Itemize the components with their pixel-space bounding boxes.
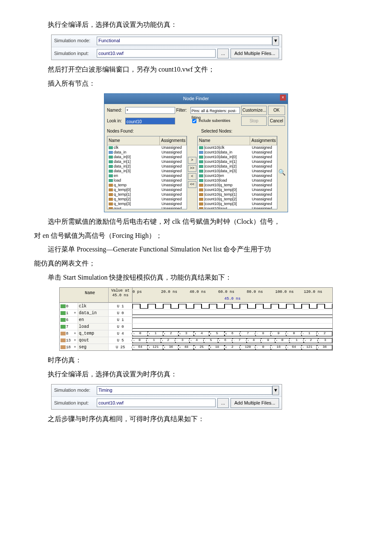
dropdown-icon[interactable]: ▼ bbox=[272, 386, 279, 395]
sim-input-field[interactable]: count10.vwf bbox=[97, 399, 216, 407]
node-item[interactable]: data_inUnassigned bbox=[107, 150, 187, 155]
node-item[interactable]: |count10|enUnassigned bbox=[198, 173, 277, 178]
waveform[interactable]: 0123456789012 bbox=[133, 330, 332, 337]
filter-select[interactable]: Pins: all & Registers: post-fitting bbox=[190, 107, 240, 114]
expand-icon[interactable]: + bbox=[72, 310, 78, 317]
waveform[interactable] bbox=[133, 317, 332, 323]
node-item[interactable]: |count10|qoutUnassigned bbox=[198, 206, 277, 209]
signal-name: qout bbox=[78, 337, 109, 344]
simulation-settings-panel: Simulation mode: Functional ▼ Simulation… bbox=[51, 35, 282, 61]
dropdown-icon[interactable]: ▼ bbox=[272, 36, 279, 46]
name-column-header: Name bbox=[72, 288, 109, 302]
wave-row[interactable]: 8 + q_temp U 4 0123456789012 bbox=[60, 330, 332, 337]
sim-input-field[interactable]: count10.vwf bbox=[97, 49, 216, 58]
node-item[interactable]: data_in[1]Unassigned bbox=[107, 159, 187, 164]
selected-nodes-list[interactable]: NameAssignments |count10|clkUnassigned|c… bbox=[197, 136, 277, 209]
node-item[interactable]: |count10|data_in[2]Unassigned bbox=[198, 164, 277, 169]
lookin-label: Look in: bbox=[107, 117, 124, 125]
expand-icon[interactable]: + bbox=[72, 344, 78, 351]
browse-button[interactable]: ... bbox=[217, 398, 229, 408]
node-item[interactable]: |count10|q_temp[2]Unassigned bbox=[198, 197, 277, 202]
time-ruler[interactable]: 0 ps20.0 ns40.0 ns60.0 ns80.0 ns100.0 ns… bbox=[133, 288, 332, 302]
node-item[interactable]: |count10|data_inUnassigned bbox=[198, 150, 277, 155]
node-item[interactable]: |count10|q_temp[0]Unassigned bbox=[198, 188, 277, 192]
node-item[interactable]: q_temp[2]Unassigned bbox=[107, 197, 187, 202]
expand-icon[interactable]: + bbox=[72, 330, 78, 337]
wave-row[interactable]: 6 en U 1 bbox=[60, 316, 332, 323]
signal-value: U 25 bbox=[109, 344, 132, 351]
node-item[interactable]: |count10|q_temp[3]Unassigned bbox=[198, 202, 277, 206]
node-item[interactable]: q_temp[0]Unassigned bbox=[107, 188, 187, 192]
node-item[interactable]: q_temp[3]Unassigned bbox=[107, 202, 187, 206]
signal-name: data_in bbox=[78, 310, 109, 316]
pin-icon bbox=[61, 304, 66, 308]
cancel-button[interactable]: Cancel bbox=[268, 116, 285, 126]
sim-input-label: Simulation input: bbox=[54, 399, 97, 408]
move-button[interactable]: >> bbox=[188, 165, 196, 172]
node-item[interactable]: loadUnassigned bbox=[107, 178, 187, 183]
waveform[interactable] bbox=[133, 324, 332, 330]
node-item[interactable]: |count10|data_in[0]Unassigned bbox=[198, 155, 277, 159]
node-item[interactable]: |count10|clkUnassigned bbox=[198, 145, 277, 150]
ok-button[interactable]: OK bbox=[268, 106, 285, 115]
node-item[interactable]: clkUnassigned bbox=[107, 145, 187, 150]
node-item[interactable]: |count10|q_temp[1]Unassigned bbox=[198, 192, 277, 197]
simulation-settings-panel: Simulation mode: Timing ▼ Simulation inp… bbox=[51, 384, 282, 410]
signal-name: seg bbox=[78, 344, 109, 350]
signal-value: U 0 bbox=[109, 324, 132, 330]
pin-icon bbox=[61, 325, 66, 329]
waveform-viewer: Name Value at45.0 ns 0 ps20.0 ns40.0 ns6… bbox=[59, 287, 333, 351]
pin-icon bbox=[61, 318, 66, 322]
pin-icon bbox=[61, 311, 66, 315]
expand-icon[interactable]: + bbox=[72, 337, 78, 344]
nodes-found-list[interactable]: NameAssignments clkUnassigneddata_inUnas… bbox=[107, 136, 187, 209]
selected-nodes-label: Selected Nodes: bbox=[201, 127, 285, 135]
signal-value: U 0 bbox=[109, 310, 132, 317]
waveform[interactable]: 641213648251821200166412136 bbox=[133, 344, 332, 350]
node-item[interactable]: data_in[0]Unassigned bbox=[107, 155, 187, 159]
node-item[interactable]: |count10|q_tempUnassigned bbox=[198, 183, 277, 188]
signal-value: U 4 bbox=[109, 330, 132, 337]
wave-row[interactable]: 0 clk U 1 bbox=[60, 303, 332, 309]
node-item[interactable]: q_tempUnassigned bbox=[107, 183, 187, 188]
signal-value: U 1 bbox=[109, 317, 132, 324]
paragraph: 选中所需赋值的激励信号后电击右键，对 clk 信号赋值为时钟（Clock）信号， bbox=[34, 216, 358, 228]
move-button[interactable]: < bbox=[188, 173, 196, 180]
signal-name: q_temp bbox=[78, 330, 109, 337]
sim-mode-select[interactable]: Timing bbox=[97, 386, 272, 395]
close-icon[interactable]: × bbox=[280, 95, 286, 101]
paragraph: 之后步骤与时序仿真相同，可得时序仿真结果如下： bbox=[34, 413, 358, 425]
paragraph: 能仿真的网表文件； bbox=[34, 257, 358, 270]
add-files-button[interactable]: Add Multiple Files... bbox=[231, 49, 279, 59]
waveform[interactable]: 01234567890123 bbox=[133, 337, 332, 344]
browse-button[interactable]: ... bbox=[217, 49, 229, 59]
move-button[interactable]: > bbox=[188, 157, 196, 164]
move-button[interactable]: << bbox=[188, 181, 196, 188]
waveform[interactable] bbox=[133, 303, 332, 309]
node-item[interactable]: qoutUnassigned bbox=[107, 206, 187, 209]
search-icon[interactable]: 🔍 bbox=[278, 167, 285, 178]
wave-row[interactable]: 7 load U 0 bbox=[60, 323, 332, 330]
lookin-input[interactable]: count10 bbox=[125, 118, 175, 124]
wave-row[interactable]: 1 + data_in U 0 bbox=[60, 309, 332, 316]
wave-row[interactable]: 13 + qout U 5 01234567890123 bbox=[60, 337, 332, 344]
paragraph: 插入所有节点： bbox=[34, 78, 358, 90]
node-finder-dialog: Node Finder × Named: * Filter: Pins: all… bbox=[104, 93, 288, 212]
node-item[interactable]: data_in[3]Unassigned bbox=[107, 169, 187, 173]
node-item[interactable]: |count10|data_in[3]Unassigned bbox=[198, 169, 277, 173]
wave-row[interactable]: 18 + seg U 25 64121364825182120016641213… bbox=[60, 344, 332, 350]
node-item[interactable]: |count10|data_in[1]Unassigned bbox=[198, 159, 277, 164]
named-input[interactable]: * bbox=[125, 107, 175, 114]
sim-mode-select[interactable]: Functional bbox=[97, 37, 272, 45]
waveform[interactable] bbox=[133, 310, 332, 316]
include-checkbox[interactable] bbox=[192, 119, 196, 123]
paragraph: 时序仿真： bbox=[34, 354, 358, 367]
node-item[interactable]: enUnassigned bbox=[107, 173, 187, 178]
paragraph: 运行菜单 Processing—Generate Functional Simu… bbox=[34, 243, 358, 256]
stop-button: Stop bbox=[241, 116, 267, 126]
node-item[interactable]: q_temp[1]Unassigned bbox=[107, 192, 187, 197]
add-files-button[interactable]: Add Multiple Files... bbox=[231, 398, 279, 408]
node-item[interactable]: |count10|loadUnassigned bbox=[198, 178, 277, 183]
customize-button[interactable]: Customize... bbox=[241, 106, 267, 115]
node-item[interactable]: data_in[2]Unassigned bbox=[107, 164, 187, 169]
